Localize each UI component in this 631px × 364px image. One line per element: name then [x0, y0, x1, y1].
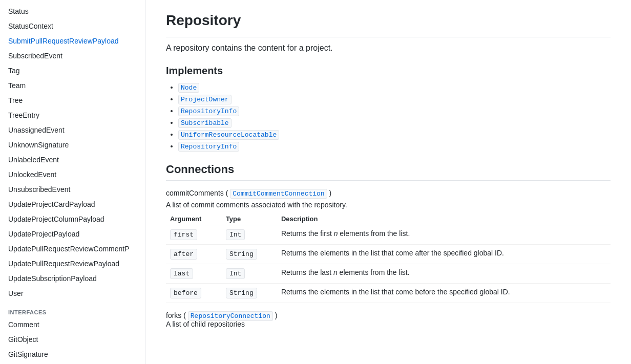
page-title: Repository — [166, 12, 611, 37]
sidebar-item-user[interactable]: User — [0, 286, 145, 301]
sidebar-interfaces-item-gitobject[interactable]: GitObject — [0, 332, 145, 347]
arg-type-cell: Int — [222, 264, 277, 284]
connection-signature: commitComments ( CommitCommentConnection… — [166, 189, 611, 198]
implements-item: ProjectOwner — [178, 95, 611, 103]
arg-desc-cell: Returns the last n elements from the lis… — [277, 264, 611, 284]
sidebar-item-updateprojectcardpayload[interactable]: UpdateProjectCardPayload — [0, 197, 145, 212]
sidebar-item-treeentry[interactable]: TreeEntry — [0, 108, 145, 123]
table-header: Type — [222, 213, 277, 225]
table-row: beforeStringReturns the elements in the … — [166, 284, 611, 303]
sidebar-item-unlockedevent[interactable]: UnlockedEvent — [0, 167, 145, 182]
connection-close-paren: ) — [327, 189, 332, 197]
connections-section: Connections commitComments ( CommitComme… — [166, 163, 611, 328]
arg-type-cell: Int — [222, 225, 277, 245]
implements-link[interactable]: UniformResourceLocatable — [178, 130, 279, 140]
table-row: afterStringReturns the elements in the l… — [166, 245, 611, 264]
arg-type: Int — [226, 229, 245, 240]
arg-name-cell: before — [166, 284, 222, 303]
implements-item: Node — [178, 83, 611, 92]
implements-link[interactable]: ProjectOwner — [178, 95, 232, 104]
arg-n: n — [334, 229, 338, 238]
sidebar-interfaces-item-comment[interactable]: Comment — [0, 317, 145, 332]
arg-desc-cell: Returns the elements in the list that co… — [277, 245, 611, 264]
connection-name: commitComments ( — [166, 189, 230, 197]
implements-item: RepositoryInfo — [178, 142, 611, 151]
page-description: A repository contains the content for a … — [166, 44, 611, 53]
arg-type: String — [226, 288, 257, 298]
forks-close: ) — [273, 311, 278, 319]
sidebar-item-subscribedevent[interactable]: SubscribedEvent — [0, 49, 145, 63]
sidebar-item-statuscontext[interactable]: StatusContext — [0, 19, 145, 34]
args-table: ArgumentTypeDescriptionfirstIntReturns t… — [166, 213, 611, 303]
arg-name: last — [170, 268, 193, 279]
sidebar-item-updatesubscriptionpayload[interactable]: UpdateSubscriptionPayload — [0, 271, 145, 286]
arg-desc-cell: Returns the first n elements from the li… — [277, 225, 611, 245]
implements-link[interactable]: RepositoryInfo — [178, 106, 239, 116]
sidebar-interfaces-item-issueevent[interactable]: IssueEvent — [0, 362, 145, 364]
sidebar-item-submitpullrequestreviewpayload[interactable]: SubmitPullRequestReviewPayload — [0, 34, 145, 49]
implements-link[interactable]: RepositoryInfo — [178, 142, 239, 152]
connections-title: Connections — [166, 163, 611, 181]
sidebar-item-unknownsignature[interactable]: UnknownSignature — [0, 138, 145, 153]
implements-item: RepositoryInfo — [178, 106, 611, 115]
sidebar-item-unassignedevent[interactable]: UnassignedEvent — [0, 123, 145, 138]
implements-list: NodeProjectOwnerRepositoryInfoSubscribab… — [166, 83, 611, 151]
implements-link[interactable]: Subscribable — [178, 118, 232, 128]
sidebar-interfaces-header: INTERFACES — [0, 301, 145, 317]
forks-line: forks ( RepositoryConnection ) — [166, 311, 611, 320]
arg-n: n — [333, 268, 338, 276]
arg-desc-cell: Returns the elements in the list that co… — [277, 284, 611, 303]
sidebar-item-updateprojectcolumnpayload[interactable]: UpdateProjectColumnPayload — [0, 212, 145, 227]
arg-type-cell: String — [222, 245, 277, 264]
sidebar-item-tree[interactable]: Tree — [0, 93, 145, 108]
table-header: Description — [277, 213, 611, 225]
main-content: Repository A repository contains the con… — [145, 0, 631, 364]
arg-name-cell: after — [166, 245, 222, 264]
arg-type-cell: String — [222, 284, 277, 303]
sidebar-item-updateprojectpayload[interactable]: UpdateProjectPayload — [0, 227, 145, 242]
sidebar-item-updatepullrequestreviewpayload[interactable]: UpdatePullRequestReviewPayload — [0, 256, 145, 271]
arg-type: String — [226, 249, 257, 260]
arg-name-cell: last — [166, 264, 222, 284]
arg-name: after — [170, 249, 197, 260]
sidebar-item-team[interactable]: Team — [0, 78, 145, 93]
arg-name: before — [170, 288, 201, 298]
table-row: lastIntReturns the last n elements from … — [166, 264, 611, 284]
implements-item: UniformResourceLocatable — [178, 130, 611, 139]
sidebar-item-tag[interactable]: Tag — [0, 63, 145, 78]
connection-description: A list of commit comments associated wit… — [166, 201, 611, 209]
sidebar-item-unsubscribedevent[interactable]: UnsubscribedEvent — [0, 182, 145, 197]
forks-description: A list of child repositories — [166, 320, 611, 328]
implements-link[interactable]: Node — [178, 83, 199, 93]
forks-label: forks ( — [166, 311, 188, 319]
implements-item: Subscribable — [178, 118, 611, 127]
arg-type: Int — [226, 268, 245, 279]
table-header: Argument — [166, 213, 222, 225]
arg-name-cell: first — [166, 225, 222, 245]
sidebar-item-unlabeledevent[interactable]: UnlabeledEvent — [0, 153, 145, 167]
sidebar-item-status[interactable]: Status — [0, 4, 145, 19]
connection-item: commitComments ( CommitCommentConnection… — [166, 189, 611, 303]
table-row: firstIntReturns the first n elements fro… — [166, 225, 611, 245]
implements-title: Implements — [166, 65, 611, 77]
sidebar-interfaces-item-gitsignature[interactable]: GitSignature — [0, 347, 145, 362]
sidebar-item-updatepullrequestreviewcommentp[interactable]: UpdatePullRequestReviewCommentP — [0, 242, 145, 256]
connection-type-link[interactable]: CommitCommentConnection — [230, 189, 327, 199]
sidebar: StatusStatusContextSubmitPullRequestRevi… — [0, 0, 145, 364]
arg-name: first — [170, 229, 197, 240]
